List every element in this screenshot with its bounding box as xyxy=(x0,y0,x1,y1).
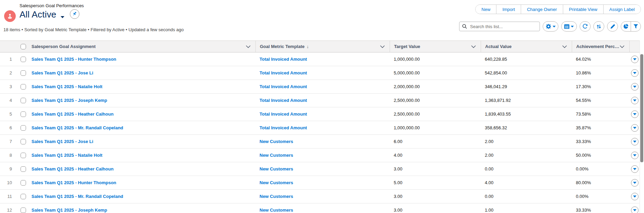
column-menu-chevron[interactable] xyxy=(562,44,567,49)
goal-metric-template-cell: New Customers xyxy=(255,190,390,203)
sort-button[interactable] xyxy=(593,21,604,32)
action-button-import[interactable]: Import xyxy=(496,5,521,14)
list-view-controls-button[interactable] xyxy=(543,21,558,32)
table-row: 2Sales Team Q1 2025 - Jose LiTotal Invoi… xyxy=(0,66,640,80)
row-checkbox[interactable] xyxy=(21,153,26,158)
pin-list-view-button[interactable] xyxy=(70,9,79,19)
column-header-target-value[interactable]: Target Value xyxy=(390,41,481,52)
search-input[interactable] xyxy=(469,24,537,29)
goal-metric-template-link[interactable]: New Customers xyxy=(260,166,293,171)
scrollbar-thumb[interactable] xyxy=(640,54,643,162)
charts-button[interactable] xyxy=(621,22,631,31)
goal-assignment-link[interactable]: Sales Team Q1 2025 - Heather Calhoun xyxy=(31,166,114,171)
action-button-new[interactable]: New xyxy=(476,5,496,14)
vertical-scrollbar[interactable] xyxy=(640,40,644,213)
column-label: Goal Metric Template xyxy=(260,44,305,49)
row-actions-button[interactable] xyxy=(631,179,639,187)
row-checkbox[interactable] xyxy=(21,98,26,103)
row-actions-button[interactable] xyxy=(631,138,639,145)
row-actions-button[interactable] xyxy=(631,165,639,173)
column-menu-chevron[interactable] xyxy=(380,44,385,49)
row-actions-button[interactable] xyxy=(631,97,639,104)
row-checkbox[interactable] xyxy=(21,57,26,62)
goal-metric-template-link[interactable]: New Customers xyxy=(260,194,293,199)
column-header-achievement-perce[interactable]: Achievement Perce... xyxy=(572,41,629,52)
row-checkbox[interactable] xyxy=(21,139,26,144)
goal-metric-template-link[interactable]: Total Invoiced Amount xyxy=(260,125,307,130)
goal-assignment-link[interactable]: Sales Team Q1 2025 - Hunter Thompson xyxy=(31,180,116,185)
display-as-button[interactable] xyxy=(561,21,577,32)
goal-assignment-link[interactable]: Sales Team Q1 2025 - Joseph Kemp xyxy=(31,208,107,213)
row-actions-button[interactable] xyxy=(631,56,639,63)
goal-assignment-link[interactable]: Sales Team Q1 2025 - Hunter Thompson xyxy=(31,57,116,62)
column-menu-chevron[interactable] xyxy=(620,44,624,49)
goal-metric-template-link[interactable]: Total Invoiced Amount xyxy=(260,98,307,103)
dropdown-caret-icon xyxy=(633,154,636,156)
table-icon xyxy=(564,24,569,29)
view-selector-caret-button[interactable] xyxy=(61,16,64,18)
goal-assignment-link[interactable]: Sales Team Q1 2025 - Mr. Randall Copelan… xyxy=(31,125,123,130)
goal-metric-template-link[interactable]: Total Invoiced Amount xyxy=(260,111,307,117)
goal-assignment-cell: Sales Team Q1 2025 - Jose Li xyxy=(31,135,255,148)
achievement-percentage-cell: 33.33% xyxy=(572,203,629,213)
row-actions-button[interactable] xyxy=(631,110,639,118)
table-row: 6Sales Team Q1 2025 - Mr. Randall Copela… xyxy=(0,121,640,135)
table-header-row: Salesperson Goal Assignment Goal Metric … xyxy=(0,40,640,52)
action-button-printable-view[interactable]: Printable View xyxy=(563,5,603,14)
row-checkbox[interactable] xyxy=(21,84,26,90)
refresh-button[interactable] xyxy=(580,21,591,32)
row-checkbox-cell xyxy=(15,66,31,80)
row-actions-button[interactable] xyxy=(631,69,639,77)
row-checkbox[interactable] xyxy=(21,111,26,117)
row-actions-button[interactable] xyxy=(631,83,639,91)
column-header-salesperson-goal-assignment[interactable]: Salesperson Goal Assignment xyxy=(31,41,255,52)
row-actions-cell xyxy=(629,80,640,93)
table-row: 10Sales Team Q1 2025 - Hunter ThompsonNe… xyxy=(0,176,640,190)
achievement-percentage-cell: 17.30% xyxy=(572,80,629,93)
select-all-cell xyxy=(15,41,31,52)
goal-metric-template-link[interactable]: New Customers xyxy=(260,208,293,213)
target-value-cell: 1,000,000.00 xyxy=(390,121,481,134)
row-checkbox[interactable] xyxy=(21,194,26,199)
row-actions-button[interactable] xyxy=(631,152,639,159)
goal-metric-template-link[interactable]: Total Invoiced Amount xyxy=(260,84,307,89)
target-value-cell: 3.00 xyxy=(390,203,481,213)
goal-metric-template-cell: Total Invoiced Amount xyxy=(255,52,390,66)
goal-assignment-link[interactable]: Sales Team Q1 2025 - Jose Li xyxy=(31,70,93,75)
select-all-checkbox[interactable] xyxy=(21,44,26,49)
goal-assignment-link[interactable]: Sales Team Q1 2025 - Joseph Kemp xyxy=(31,98,107,103)
row-checkbox[interactable] xyxy=(21,208,26,213)
column-menu-chevron[interactable] xyxy=(246,44,251,49)
goal-assignment-link[interactable]: Sales Team Q1 2025 - Mr. Randall Copelan… xyxy=(31,194,123,199)
row-number: 9 xyxy=(0,162,15,176)
column-header-goal-metric-template[interactable]: Goal Metric Template↓ xyxy=(255,41,390,52)
goal-metric-template-link[interactable]: Total Invoiced Amount xyxy=(260,70,307,75)
goal-assignment-link[interactable]: Sales Team Q1 2025 - Jose Li xyxy=(31,139,93,144)
row-actions-button[interactable] xyxy=(631,206,639,213)
goal-metric-template-link[interactable]: Total Invoiced Amount xyxy=(260,57,307,62)
dropdown-caret-icon xyxy=(633,58,636,60)
list-toolbar xyxy=(459,21,641,32)
action-button-assign-label[interactable]: Assign Label xyxy=(603,5,641,14)
row-checkbox[interactable] xyxy=(21,166,26,172)
row-checkbox[interactable] xyxy=(21,125,26,131)
row-checkbox[interactable] xyxy=(21,70,26,76)
column-menu-chevron[interactable] xyxy=(471,44,476,49)
goal-assignment-link[interactable]: Sales Team Q1 2025 - Heather Calhoun xyxy=(31,111,114,117)
action-button-change-owner[interactable]: Change Owner xyxy=(521,5,563,14)
object-label: Salesperson Goal Performances xyxy=(20,3,84,8)
goal-assignment-link[interactable]: Sales Team Q1 2025 - Natalie Holt xyxy=(31,84,102,89)
row-number: 1 xyxy=(0,52,15,66)
goal-metric-template-link[interactable]: New Customers xyxy=(260,153,293,158)
goal-assignment-cell: Sales Team Q1 2025 - Natalie Holt xyxy=(31,80,255,93)
filters-button[interactable] xyxy=(631,22,641,31)
inline-edit-button[interactable] xyxy=(607,21,618,32)
row-checkbox[interactable] xyxy=(21,180,26,186)
row-actions-button[interactable] xyxy=(631,193,639,200)
row-actions-button[interactable] xyxy=(631,124,639,132)
goal-assignment-link[interactable]: Sales Team Q1 2025 - Natalie Holt xyxy=(31,153,102,158)
column-header-actual-value[interactable]: Actual Value xyxy=(481,41,572,52)
row-number: 6 xyxy=(0,121,15,134)
goal-metric-template-link[interactable]: New Customers xyxy=(260,139,293,144)
goal-metric-template-link[interactable]: New Customers xyxy=(260,180,293,185)
